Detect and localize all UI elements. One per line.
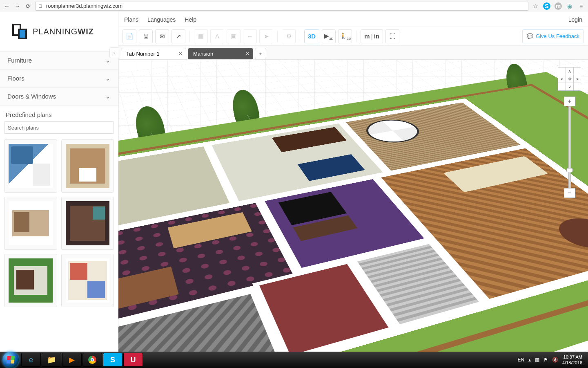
print-button[interactable]: 🖶	[139, 29, 153, 43]
file-icon: 📄	[126, 33, 134, 40]
logo-text-bold: WIZ	[78, 27, 94, 36]
feedback-button[interactable]: 💬 Give Us Feedback	[522, 29, 584, 43]
view-3d-button[interactable]: 3D	[304, 29, 319, 43]
app-root: PLANNINGWIZ Furniture ⌄ Floors ⌄ Doors &…	[0, 12, 588, 352]
skype-extension-icon[interactable]: S	[543, 2, 550, 10]
doc-tab-active[interactable]: Mansion ✕	[188, 48, 253, 59]
sidebar-accordion: Furniture ⌄ Floors ⌄ Doors & Windows ⌄	[0, 51, 118, 105]
back-button[interactable]: ←	[3, 2, 11, 10]
sidebar-item-floors[interactable]: Floors ⌄	[0, 70, 118, 88]
image-tool-button[interactable]: ▣	[227, 29, 241, 43]
menubar: Plans Languages Help Login	[118, 12, 588, 27]
new-file-button[interactable]: 📄	[122, 29, 136, 43]
wall-tool-button[interactable]: ▦	[194, 29, 208, 43]
url-text: roomplanner3d.planningwiz.com	[46, 3, 122, 9]
url-bar[interactable]: 🗋 roomplanner3d.planningwiz.com	[35, 2, 528, 11]
chrome-menu-icon[interactable]: ≡	[577, 2, 585, 10]
close-icon[interactable]: ✕	[178, 51, 183, 56]
reload-button[interactable]: ⟳	[24, 2, 32, 10]
tray-volume-icon[interactable]: 🔇	[552, 357, 558, 363]
share-button[interactable]: ↗	[172, 29, 185, 43]
zoom-control: + −	[564, 96, 576, 198]
taskbar-explorer-icon[interactable]: 📁	[42, 353, 61, 367]
units-sep: |	[371, 33, 373, 40]
tray-flag-icon[interactable]: ⚑	[543, 357, 548, 363]
doc-tab[interactable]: Tab Number 1 ✕	[121, 48, 186, 59]
taskbar-skype-icon[interactable]: S	[103, 353, 122, 367]
image-icon: ▣	[231, 33, 236, 40]
measure-tool-button[interactable]: ↔	[243, 29, 257, 43]
text-icon: A	[215, 33, 219, 40]
document-tabs: ‹ Tab Number 1 ✕ Mansion ✕ +	[118, 46, 588, 60]
sidebar-item-doors-windows[interactable]: Doors & Windows ⌄	[0, 88, 118, 105]
start-button[interactable]	[2, 352, 19, 368]
close-icon[interactable]: ✕	[245, 51, 249, 56]
comment-icon: 💬	[527, 33, 533, 39]
system-tray: EN ▴ ▥ ⚑ 🔇 10:37 AM 4/18/2016	[517, 354, 586, 366]
zoom-slider[interactable]	[568, 106, 571, 188]
mail-icon: ✉	[160, 33, 165, 40]
sidebar-collapse-button[interactable]: ‹	[109, 47, 118, 58]
bookmark-star-icon[interactable]: ☆	[532, 2, 539, 10]
tab-label: Mansion	[193, 51, 213, 57]
windows-taskbar: e 📁 ▶ S U EN ▴ ▥ ⚑ 🔇 10:37 AM 4/18/2016	[0, 352, 588, 368]
logo-text-light: PLANNING	[33, 27, 78, 36]
3d-viewport[interactable]: ∧ < ✥ > ∨ + −	[118, 60, 588, 352]
taskbar-app-icon[interactable]: U	[123, 353, 143, 367]
plan-thumb[interactable]	[4, 197, 57, 250]
menu-languages[interactable]: Languages	[147, 16, 176, 23]
view-rotate-control[interactable]: ∧ < ✥ > ∨	[558, 67, 581, 91]
fullscreen-button[interactable]: ⛶	[385, 29, 399, 43]
tray-lang[interactable]: EN	[517, 357, 524, 363]
search-wrap	[0, 121, 118, 138]
tray-action-center-icon[interactable]: ▥	[535, 357, 539, 363]
tray-date: 4/18/2016	[562, 360, 582, 366]
search-plans-input[interactable]	[4, 121, 114, 134]
globe-icon: 🗋	[38, 3, 44, 9]
email-button[interactable]: ✉	[155, 29, 169, 43]
sidebar-item-furniture[interactable]: Furniture ⌄	[0, 52, 118, 70]
menu-plans[interactable]: Plans	[124, 16, 138, 23]
chevron-down-icon: ⌄	[105, 75, 111, 82]
plan-thumb[interactable]	[4, 139, 57, 193]
walkthrough-button[interactable]: 🚶3D	[338, 29, 352, 43]
plan-thumb[interactable]	[4, 254, 57, 307]
play-icon: ▶3D	[324, 32, 333, 40]
units-m: m	[364, 33, 370, 40]
wall-icon: ▦	[198, 33, 204, 40]
rotate-down-button[interactable]: ∨	[566, 83, 573, 90]
zoom-thumb[interactable]	[566, 168, 573, 172]
extension-m-icon[interactable]: m	[555, 2, 562, 10]
taskbar-ie-icon[interactable]: e	[21, 353, 41, 367]
plan-thumb[interactable]	[61, 139, 114, 193]
tray-clock[interactable]: 10:37 AM 4/18/2016	[562, 354, 582, 366]
select-tool-button[interactable]: ➤	[259, 29, 273, 43]
zoom-out-button[interactable]: −	[564, 188, 575, 198]
logo: PLANNINGWIZ	[0, 12, 118, 51]
plan-thumb[interactable]	[61, 254, 114, 307]
fullscreen-icon: ⛶	[390, 33, 396, 40]
plan-thumb[interactable]	[61, 197, 114, 250]
add-tab-button[interactable]: +	[255, 48, 266, 59]
units-toggle[interactable]: m | in	[361, 29, 383, 43]
rotate-up-button[interactable]: ∧	[566, 67, 573, 75]
login-link[interactable]: Login	[568, 16, 582, 23]
gear-icon: ⚙	[286, 33, 292, 40]
text-tool-button[interactable]: A	[210, 29, 224, 43]
play-3d-button[interactable]: ▶3D	[322, 29, 336, 43]
zoom-in-button[interactable]: +	[564, 96, 575, 106]
main-area: Plans Languages Help Login 📄 🖶 ✉ ↗ ▦ A ▣…	[118, 12, 588, 352]
chevron-down-icon: ⌄	[105, 93, 111, 100]
rotate-center-button[interactable]: ✥	[566, 75, 573, 83]
extension-eye-icon[interactable]: ◉	[566, 2, 573, 10]
tray-up-icon[interactable]: ▴	[528, 357, 531, 363]
rotate-right-button[interactable]: >	[574, 75, 581, 83]
menu-help[interactable]: Help	[185, 16, 196, 23]
forward-button[interactable]: →	[14, 2, 21, 10]
rotate-left-button[interactable]: <	[558, 75, 566, 83]
settings-button[interactable]: ⚙	[282, 29, 296, 43]
browser-right-icons: ☆ S m ◉ ≡	[532, 2, 585, 10]
sidebar-item-label: Doors & Windows	[7, 93, 56, 100]
taskbar-media-icon[interactable]: ▶	[62, 353, 82, 367]
taskbar-chrome-icon[interactable]	[82, 353, 102, 367]
